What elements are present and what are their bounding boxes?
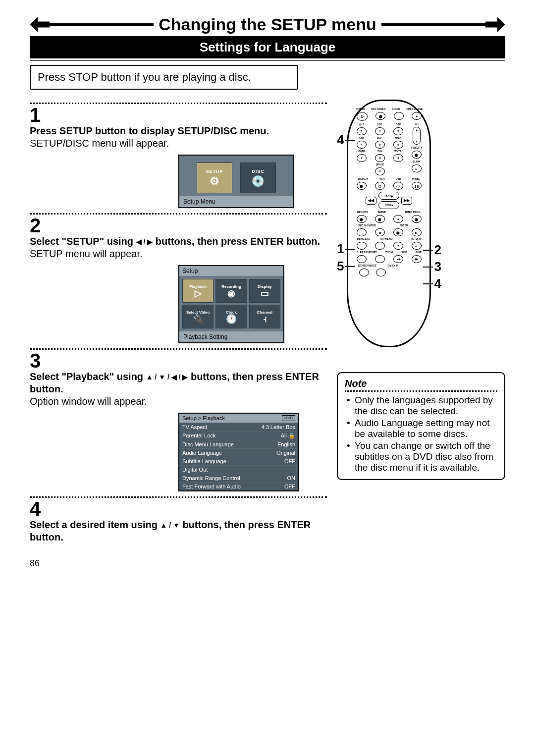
rec-monitor-button[interactable] [357,228,367,236]
step-3-heading-a: Select "Playback" using [30,371,146,382]
step-1-heading: Press SETUP button to display SETUP/DISC… [30,125,269,136]
callout-4-left: 4 [337,133,344,146]
vcr-button[interactable]: ▢ [375,182,385,190]
num-4-button[interactable]: 4 [357,141,367,149]
step-1-number: 1 [30,105,327,125]
audio-button[interactable] [394,112,404,120]
num-2-button[interactable]: 2 [375,127,385,135]
antenna-icon: ⫞ [263,315,267,324]
clock-icon: 🕐 [226,315,237,324]
remote-diagram: 4 1 5 POWERREC SPEEDAUDIOOPEN/CLOSE ⏻ ⬤ … [337,100,505,347]
step-2-number: 2 [30,216,327,235]
zoom-button[interactable] [375,255,385,263]
video-tv-button[interactable]: ⬤ [412,151,422,159]
num-6-button[interactable]: 6 [393,141,403,149]
ffwd-button[interactable]: ▶▶ [401,197,412,205]
video-icon: 🔌 [193,315,204,324]
cell-channel: Channel⫞ [249,305,280,328]
num-1-button[interactable]: 1 [357,127,367,135]
note-item: Only the languages supported by the disc… [353,395,497,417]
cell-clock: Clock🕐 [215,305,247,328]
left-arrow-button[interactable]: ◀ [375,228,385,236]
remote-control: POWERREC SPEEDAUDIOOPEN/CLOSE ⏻ ⬤ ▲ @!?A… [347,100,431,347]
screenshot-caption: Playback Setting [179,331,283,342]
rec-speed-button[interactable]: ⬤ [375,112,385,120]
table-row: Subtitle LanguageOFF [179,457,298,465]
menu-list-button[interactable] [357,242,367,250]
search-mode-button[interactable] [359,269,369,276]
top-menu-button[interactable] [375,242,385,250]
cell-playback: Playback▷ [182,279,214,303]
rewind-button[interactable]: ◀◀ [366,197,376,205]
page-number: 86 [30,558,505,569]
num-5-button[interactable]: 5 [375,141,385,149]
skip-fwd-button[interactable]: ⏭ [412,255,422,263]
num-7-button[interactable]: 7 [357,154,367,162]
separator [30,103,327,104]
callout-2-right: 2 [434,243,441,256]
record-icon: ◉ [227,289,235,298]
num-8-button[interactable]: 8 [375,154,385,162]
note-title: Note [345,378,497,389]
tile-setup: SETUP ⚙ [197,162,232,193]
tile-disc: DISC 💿 [240,162,276,193]
separator [30,496,327,498]
table-row: Digital Out [179,465,298,474]
pause-button[interactable]: ❚❚ [412,182,422,190]
intro-box: Press STOP button if you are playing a d… [30,65,298,90]
table-row: Fast Forward with AudioOFF [179,482,298,490]
return-button[interactable]: ↵ [412,242,422,250]
table-row: TV Aspect4:3 Letter Box [179,423,298,431]
open-close-button[interactable]: ▲ [412,112,422,120]
up-arrow-button[interactable]: ▲ [393,215,403,223]
arrow-left-icon [30,17,50,32]
display-button[interactable]: ⬤ [357,182,367,190]
breadcrumb: Setup > Playback [182,415,225,421]
disc-icon: 💿 [251,176,265,187]
callout-1-left: 1 [337,242,344,255]
down-arrow-button[interactable]: ▼ [393,242,403,250]
num-3-button[interactable]: 3 [393,127,403,135]
screenshot-caption: Setup Menu [179,196,293,207]
step-4-heading-a: Select a desired item using [30,519,160,530]
num-9-button[interactable]: 9 [393,154,403,162]
subtitle: Settings for Language [30,36,505,58]
table-row: Dynamic Range ControlON [179,474,298,482]
table-row: Disc Menu LanguageEnglish [179,440,298,448]
left-right-arrows-icon: ◀ / ▶ [136,238,153,247]
screenshot-playback-options: Setup > Playback DVD TV Aspect4:3 Letter… [178,413,299,491]
step-2-heading-a: Select "SETUP" using [30,236,136,247]
cell-recording: Recording◉ [215,279,247,303]
rec-otr-button[interactable]: ⬤ [357,215,367,223]
separator [30,213,327,215]
clear-button[interactable] [357,255,367,263]
skip-back-button[interactable]: ⏮ [393,255,403,263]
cell-display: Display▭ [249,279,280,303]
right-arrow-button[interactable]: ▶ [412,228,422,236]
display-icon: ▭ [261,289,269,298]
table-row: Parental LockAll 🔒 [179,431,298,440]
separator [30,348,327,350]
step-2-heading-b: buttons, then press ENTER button. [153,236,320,247]
screenshot-setup-grid: Setup Playback▷ Recording◉ Display▭ Sele… [178,265,284,343]
cm-skip-button[interactable] [376,269,386,276]
timer-prog-button[interactable]: ⬤ [412,215,422,223]
play-button[interactable]: PLAY ▶ [378,192,399,200]
title-banner: Changing the SETUP menu [30,15,505,34]
setup-button[interactable]: ⬤ [375,215,385,223]
udlr-arrows-icon: ▲ / ▼ / ◀ / ▶ [146,373,188,382]
up-down-arrows-icon: ▲ / ▼ [160,521,179,530]
screenshot-setup-disc: SETUP ⚙ DISC 💿 Setup Menu [178,155,294,208]
callout-5-left: 5 [337,260,344,272]
callout-3-right: 3 [434,260,441,273]
stop-button[interactable]: STOP ■ [378,201,399,209]
page-title: Changing the SETUP menu [154,15,381,34]
slow-button[interactable]: ▸ [412,164,422,172]
step-4-number: 4 [30,499,327,519]
arrow-right-icon [485,17,505,32]
enter-button[interactable]: ⬤ [393,228,403,236]
channel-up-down-button[interactable]: ▲▼ [413,127,421,145]
num-0-button[interactable]: 0 [375,167,385,175]
power-button[interactable]: ⏻ [357,112,368,121]
dvd-button[interactable]: ◯ [393,182,403,190]
